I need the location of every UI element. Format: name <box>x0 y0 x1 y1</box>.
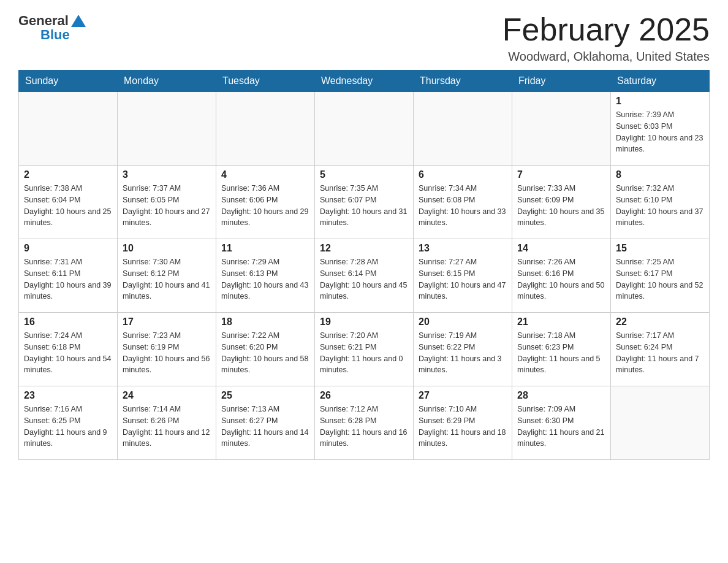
table-row: 20Sunrise: 7:19 AMSunset: 6:22 PMDayligh… <box>414 313 512 386</box>
table-row <box>315 92 414 166</box>
day-info: Sunrise: 7:39 AMSunset: 6:03 PMDaylight:… <box>616 109 704 155</box>
calendar-week-row: 1Sunrise: 7:39 AMSunset: 6:03 PMDaylight… <box>19 92 710 166</box>
day-info: Sunrise: 7:24 AMSunset: 6:18 PMDaylight:… <box>24 330 112 376</box>
calendar-header-row: Sunday Monday Tuesday Wednesday Thursday… <box>19 71 710 92</box>
table-row: 16Sunrise: 7:24 AMSunset: 6:18 PMDayligh… <box>19 313 118 386</box>
day-info: Sunrise: 7:30 AMSunset: 6:12 PMDaylight:… <box>123 256 211 302</box>
day-info: Sunrise: 7:37 AMSunset: 6:05 PMDaylight:… <box>123 183 211 229</box>
table-row: 15Sunrise: 7:25 AMSunset: 6:17 PMDayligh… <box>611 239 710 313</box>
table-row: 14Sunrise: 7:26 AMSunset: 6:16 PMDayligh… <box>512 239 611 313</box>
col-tuesday: Tuesday <box>216 71 315 92</box>
day-number: 24 <box>123 390 211 401</box>
table-row: 18Sunrise: 7:22 AMSunset: 6:20 PMDayligh… <box>216 313 315 386</box>
col-friday: Friday <box>512 71 611 92</box>
day-number: 7 <box>517 169 605 180</box>
day-number: 27 <box>419 390 507 401</box>
day-number: 23 <box>24 390 112 401</box>
day-info: Sunrise: 7:36 AMSunset: 6:06 PMDaylight:… <box>221 183 309 229</box>
calendar-week-row: 16Sunrise: 7:24 AMSunset: 6:18 PMDayligh… <box>19 313 710 386</box>
day-info: Sunrise: 7:17 AMSunset: 6:24 PMDaylight:… <box>616 330 704 376</box>
month-title: February 2025 <box>502 12 710 47</box>
day-number: 19 <box>320 316 408 327</box>
day-info: Sunrise: 7:31 AMSunset: 6:11 PMDaylight:… <box>24 256 112 302</box>
calendar-week-row: 2Sunrise: 7:38 AMSunset: 6:04 PMDaylight… <box>19 166 710 239</box>
day-info: Sunrise: 7:33 AMSunset: 6:09 PMDaylight:… <box>517 183 605 229</box>
day-number: 16 <box>24 316 112 327</box>
day-number: 20 <box>419 316 507 327</box>
col-sunday: Sunday <box>19 71 118 92</box>
table-row: 4Sunrise: 7:36 AMSunset: 6:06 PMDaylight… <box>216 166 315 239</box>
table-row: 19Sunrise: 7:20 AMSunset: 6:21 PMDayligh… <box>315 313 414 386</box>
calendar-week-row: 23Sunrise: 7:16 AMSunset: 6:25 PMDayligh… <box>19 386 710 460</box>
table-row: 21Sunrise: 7:18 AMSunset: 6:23 PMDayligh… <box>512 313 611 386</box>
day-number: 18 <box>221 316 309 327</box>
location-text: Woodward, Oklahoma, United States <box>502 50 710 64</box>
day-number: 17 <box>123 316 211 327</box>
day-number: 2 <box>24 169 112 180</box>
day-info: Sunrise: 7:10 AMSunset: 6:29 PMDaylight:… <box>419 404 507 450</box>
day-info: Sunrise: 7:27 AMSunset: 6:15 PMDaylight:… <box>419 256 507 302</box>
day-info: Sunrise: 7:12 AMSunset: 6:28 PMDaylight:… <box>320 404 408 450</box>
day-number: 6 <box>419 169 507 180</box>
day-number: 11 <box>221 243 309 254</box>
day-info: Sunrise: 7:16 AMSunset: 6:25 PMDaylight:… <box>24 404 112 450</box>
day-number: 10 <box>123 243 211 254</box>
table-row <box>216 92 315 166</box>
day-info: Sunrise: 7:23 AMSunset: 6:19 PMDaylight:… <box>123 330 211 376</box>
col-saturday: Saturday <box>611 71 710 92</box>
col-wednesday: Wednesday <box>315 71 414 92</box>
day-number: 4 <box>221 169 309 180</box>
table-row: 5Sunrise: 7:35 AMSunset: 6:07 PMDaylight… <box>315 166 414 239</box>
table-row: 13Sunrise: 7:27 AMSunset: 6:15 PMDayligh… <box>414 239 512 313</box>
day-info: Sunrise: 7:34 AMSunset: 6:08 PMDaylight:… <box>419 183 507 229</box>
col-monday: Monday <box>118 71 216 92</box>
day-number: 15 <box>616 243 704 254</box>
table-row <box>118 92 216 166</box>
day-number: 5 <box>320 169 408 180</box>
table-row: 10Sunrise: 7:30 AMSunset: 6:12 PMDayligh… <box>118 239 216 313</box>
table-row: 25Sunrise: 7:13 AMSunset: 6:27 PMDayligh… <box>216 386 315 460</box>
day-number: 21 <box>517 316 605 327</box>
table-row: 6Sunrise: 7:34 AMSunset: 6:08 PMDaylight… <box>414 166 512 239</box>
day-info: Sunrise: 7:28 AMSunset: 6:14 PMDaylight:… <box>320 256 408 302</box>
table-row: 1Sunrise: 7:39 AMSunset: 6:03 PMDaylight… <box>611 92 710 166</box>
day-info: Sunrise: 7:35 AMSunset: 6:07 PMDaylight:… <box>320 183 408 229</box>
calendar-table: Sunday Monday Tuesday Wednesday Thursday… <box>18 70 710 460</box>
day-number: 25 <box>221 390 309 401</box>
day-number: 12 <box>320 243 408 254</box>
day-info: Sunrise: 7:32 AMSunset: 6:10 PMDaylight:… <box>616 183 704 229</box>
table-row: 17Sunrise: 7:23 AMSunset: 6:19 PMDayligh… <box>118 313 216 386</box>
table-row <box>414 92 512 166</box>
day-info: Sunrise: 7:22 AMSunset: 6:20 PMDaylight:… <box>221 330 309 376</box>
logo-blue-text: Blue <box>40 27 70 43</box>
logo: General Blue <box>18 12 87 43</box>
table-row: 22Sunrise: 7:17 AMSunset: 6:24 PMDayligh… <box>611 313 710 386</box>
day-info: Sunrise: 7:38 AMSunset: 6:04 PMDaylight:… <box>24 183 112 229</box>
day-info: Sunrise: 7:09 AMSunset: 6:30 PMDaylight:… <box>517 404 605 450</box>
table-row: 7Sunrise: 7:33 AMSunset: 6:09 PMDaylight… <box>512 166 611 239</box>
day-info: Sunrise: 7:20 AMSunset: 6:21 PMDaylight:… <box>320 330 408 376</box>
day-info: Sunrise: 7:25 AMSunset: 6:17 PMDaylight:… <box>616 256 704 302</box>
day-number: 28 <box>517 390 605 401</box>
col-thursday: Thursday <box>414 71 512 92</box>
table-row: 12Sunrise: 7:28 AMSunset: 6:14 PMDayligh… <box>315 239 414 313</box>
table-row: 9Sunrise: 7:31 AMSunset: 6:11 PMDaylight… <box>19 239 118 313</box>
table-row: 2Sunrise: 7:38 AMSunset: 6:04 PMDaylight… <box>19 166 118 239</box>
day-info: Sunrise: 7:26 AMSunset: 6:16 PMDaylight:… <box>517 256 605 302</box>
day-number: 14 <box>517 243 605 254</box>
table-row <box>19 92 118 166</box>
day-number: 26 <box>320 390 408 401</box>
table-row: 28Sunrise: 7:09 AMSunset: 6:30 PMDayligh… <box>512 386 611 460</box>
day-number: 13 <box>419 243 507 254</box>
table-row <box>611 386 710 460</box>
table-row: 8Sunrise: 7:32 AMSunset: 6:10 PMDaylight… <box>611 166 710 239</box>
day-info: Sunrise: 7:29 AMSunset: 6:13 PMDaylight:… <box>221 256 309 302</box>
table-row: 23Sunrise: 7:16 AMSunset: 6:25 PMDayligh… <box>19 386 118 460</box>
page-header: General Blue February 2025 Woodward, Okl… <box>18 12 710 64</box>
day-number: 1 <box>616 96 704 107</box>
table-row: 24Sunrise: 7:14 AMSunset: 6:26 PMDayligh… <box>118 386 216 460</box>
title-section: February 2025 Woodward, Oklahoma, United… <box>502 12 710 64</box>
day-number: 9 <box>24 243 112 254</box>
day-info: Sunrise: 7:13 AMSunset: 6:27 PMDaylight:… <box>221 404 309 450</box>
table-row: 11Sunrise: 7:29 AMSunset: 6:13 PMDayligh… <box>216 239 315 313</box>
